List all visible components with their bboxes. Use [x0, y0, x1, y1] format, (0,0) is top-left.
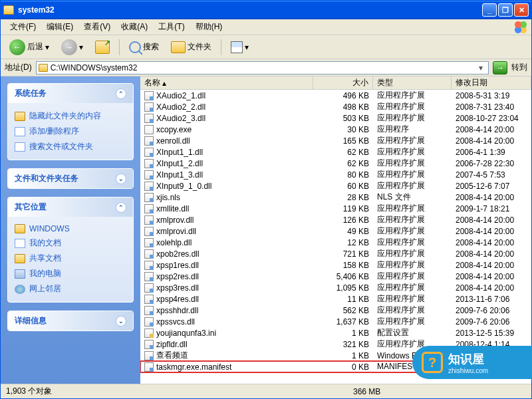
file-row[interactable]: xcopy.exe30 KB应用程序2008-4-14 20:00 — [140, 124, 531, 135]
file-row[interactable]: youjianqunfa3.ini1 KB配置设置2013-12-5 15:39 — [140, 327, 531, 338]
file-type: 应用程序扩展 — [373, 305, 452, 316]
place-shared[interactable]: 共享文档 — [15, 251, 126, 266]
file-name: youjianqunfa3.ini — [156, 329, 216, 338]
back-button[interactable]: ← 后退 ▾ — [5, 37, 54, 58]
menubar: 文件(F) 编辑(E) 查看(V) 收藏(A) 工具(T) 帮助(H) — [1, 19, 531, 35]
file-date: 2013-12-5 15:39 — [452, 329, 531, 338]
folders-button[interactable]: 文件夹 — [166, 39, 216, 56]
maximize-button[interactable]: ❐ — [498, 3, 513, 17]
menu-favorites[interactable]: 收藏(A) — [116, 20, 153, 34]
file-name: xpsp3res.dll — [156, 283, 199, 293]
file-row[interactable]: XAudio2_1.dll496 KB应用程序扩展2008-5-31 3:19 — [140, 90, 531, 101]
file-name: xpsp4res.dll — [156, 295, 199, 304]
file-type: 应用程序扩展 — [373, 259, 452, 271]
file-type: 应用程序扩展 — [373, 282, 452, 293]
file-row[interactable]: XAudio2_3.dll503 KB应用程序扩展2008-10-27 23:0… — [140, 112, 531, 124]
file-row[interactable]: XInput1_2.dll62 KB应用程序扩展2006-7-28 22:30 — [140, 158, 531, 169]
chevron-down-icon[interactable]: ▾ — [475, 63, 486, 72]
search-icon — [129, 41, 141, 53]
menu-edit[interactable]: 编辑(E) — [41, 20, 78, 34]
menu-view[interactable]: 查看(V) — [78, 20, 116, 34]
column-headers: 名称▴ 大小 类型 修改日期 — [140, 76, 531, 90]
file-type: 应用程序扩展 — [373, 271, 452, 282]
panel-header[interactable]: 详细信息 ⌄ — [8, 311, 133, 331]
file-row[interactable]: xpsp1res.dll158 KB应用程序扩展2008-4-14 20:00 — [140, 259, 531, 271]
file-size: 30 KB — [313, 125, 373, 134]
statusbar: 1,903 个对象 366 MB — [1, 384, 531, 398]
place-windows[interactable]: WINDOWS — [15, 222, 126, 235]
forward-button[interactable]: → ▾ — [57, 37, 88, 58]
expand-icon[interactable]: ⌄ — [116, 316, 126, 327]
col-date[interactable]: 修改日期 — [452, 76, 531, 89]
file-row[interactable]: xpob2res.dll721 KB应用程序扩展2008-4-14 20:00 — [140, 248, 531, 259]
file-date: 2008-4-14 20:00 — [452, 125, 531, 134]
toolbar: ← 后退 ▾ → ▾ 搜索 文件夹 ▾ — [1, 35, 531, 59]
collapse-icon[interactable]: ⌃ — [116, 88, 126, 99]
close-button[interactable]: ✕ — [514, 3, 529, 17]
task-add-remove[interactable]: 添加/删除程序 — [15, 124, 126, 139]
task-search[interactable]: 搜索文件或文件夹 — [15, 139, 126, 154]
file-icon — [144, 170, 154, 180]
place-mydocs[interactable]: 我的文档 — [15, 235, 126, 251]
file-name: xmlprovi.dll — [156, 227, 196, 236]
address-combo[interactable]: ▾ — [36, 61, 489, 74]
file-row[interactable]: xpsp4res.dll11 KB应用程序扩展2013-11-6 7:06 — [140, 293, 531, 305]
watermark-url: zhishiwu.com — [448, 367, 488, 374]
file-rows[interactable]: XAudio2_1.dll496 KB应用程序扩展2008-5-31 3:19X… — [140, 90, 531, 384]
file-row[interactable]: XInput1_1.dll62 KB应用程序扩展2006-4-1 1:39 — [140, 146, 531, 158]
file-row[interactable]: xmllite.dll119 KB应用程序扩展2009-1-7 18:21 — [140, 203, 531, 214]
address-input[interactable] — [51, 63, 475, 72]
go-button[interactable]: → — [493, 61, 507, 74]
menu-tools[interactable]: 工具(T) — [153, 20, 190, 34]
file-row[interactable]: xpsshhdr.dll562 KB应用程序扩展2009-7-6 20:06 — [140, 305, 531, 316]
file-row[interactable]: xpssvcs.dll1,637 KB应用程序扩展2009-7-6 20:06 — [140, 316, 531, 327]
menu-file[interactable]: 文件(F) — [5, 20, 41, 34]
file-row[interactable]: XInput1_3.dll80 KB应用程序扩展2007-4-5 7:53 — [140, 169, 531, 180]
file-name: xmllite.dll — [156, 204, 189, 213]
panel-body: WINDOWS 我的文档 共享文档 我的电脑 网上邻居 — [8, 217, 133, 302]
file-row[interactable]: xpsp2res.dll5,406 KB应用程序扩展2008-4-14 20:0… — [140, 271, 531, 282]
task-hide-contents[interactable]: 隐藏此文件夹的内容 — [15, 108, 126, 124]
file-icon — [144, 102, 154, 112]
menu-help[interactable]: 帮助(H) — [190, 20, 228, 34]
file-row[interactable]: XAudio2_2.dll498 KB应用程序扩展2008-7-31 23:40 — [140, 101, 531, 112]
place-mycomputer[interactable]: 我的电脑 — [15, 266, 126, 281]
file-icon — [144, 204, 154, 213]
expand-icon[interactable]: ⌄ — [116, 174, 126, 184]
titlebar[interactable]: system32 _ ❐ ✕ — [1, 1, 531, 19]
file-row[interactable]: xenroll.dll165 KB应用程序扩展2008-4-14 20:00 — [140, 135, 531, 146]
search-button[interactable]: 搜索 — [124, 39, 164, 56]
panel-header[interactable]: 文件和文件夹任务 ⌄ — [8, 169, 133, 188]
file-icon — [144, 351, 154, 360]
minimize-button[interactable]: _ — [482, 3, 497, 17]
file-name: xjis.nls — [156, 193, 180, 202]
panel-header[interactable]: 其它位置 ⌃ — [8, 198, 133, 217]
file-row[interactable]: xolehlp.dll12 KB应用程序扩展2008-4-14 20:00 — [140, 237, 531, 248]
up-button[interactable] — [90, 38, 114, 57]
file-name: 查看频道 — [156, 350, 188, 361]
panel-title: 系统任务 — [15, 88, 47, 99]
folder-icon — [15, 224, 25, 233]
file-icon — [144, 272, 154, 281]
file-row[interactable]: xmlprovi.dll49 KB应用程序扩展2008-4-14 20:00 — [140, 225, 531, 237]
collapse-icon[interactable]: ⌃ — [116, 202, 126, 213]
file-row[interactable]: XInput9_1_0.dll60 KB应用程序扩展2005-12-6 7:07 — [140, 180, 531, 192]
file-name: xcopy.exe — [156, 125, 192, 134]
file-row[interactable]: xmlprov.dll126 KB应用程序扩展2008-4-14 20:00 — [140, 214, 531, 225]
file-size: 503 KB — [313, 114, 373, 123]
file-row[interactable]: xpsp3res.dll1,095 KB应用程序扩展2008-4-14 20:0… — [140, 282, 531, 293]
col-name[interactable]: 名称▴ — [140, 76, 313, 89]
panel-header[interactable]: 系统任务 ⌃ — [8, 84, 133, 103]
file-row[interactable]: xjis.nls28 KBNLS 文件2008-4-14 20:00 — [140, 192, 531, 203]
file-icon — [144, 125, 154, 134]
file-date: 2008-7-31 23:40 — [452, 102, 531, 112]
back-arrow-icon: ← — [9, 39, 25, 55]
watermark: ? 知识屋 zhishiwu.com — [412, 346, 532, 379]
col-size[interactable]: 大小 — [313, 76, 373, 89]
place-network[interactable]: 网上邻居 — [15, 281, 126, 297]
go-label[interactable]: 转到 — [511, 62, 527, 73]
file-type: 应用程序扩展 — [373, 135, 452, 146]
file-size: 62 KB — [313, 159, 373, 168]
views-button[interactable]: ▾ — [226, 39, 253, 56]
col-type[interactable]: 类型 — [373, 76, 452, 89]
